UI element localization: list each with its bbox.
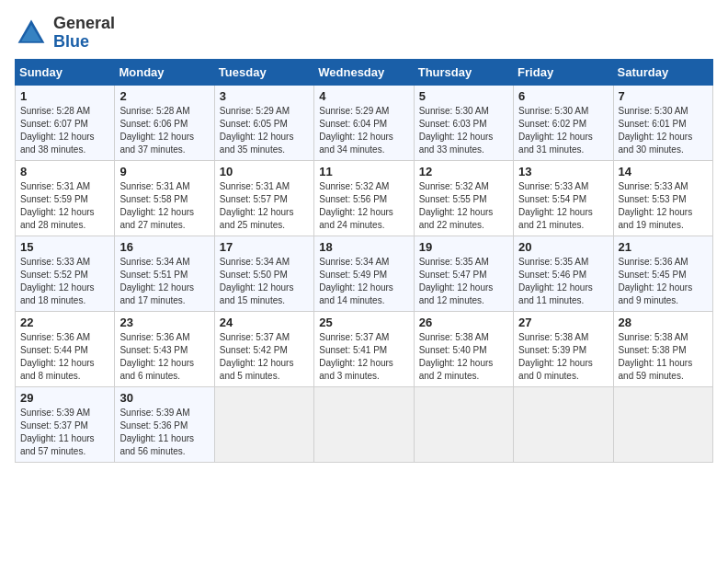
day-info: Sunrise: 5:36 AMSunset: 5:44 PMDaylight:…	[20, 332, 95, 381]
calendar-cell: 23Sunrise: 5:36 AMSunset: 5:43 PMDayligh…	[115, 311, 214, 386]
weekday-header-row: SundayMondayTuesdayWednesdayThursdayFrid…	[16, 59, 713, 85]
calendar-table: SundayMondayTuesdayWednesdayThursdayFrid…	[15, 59, 713, 463]
day-info: Sunrise: 5:38 AMSunset: 5:39 PMDaylight:…	[518, 332, 593, 381]
day-info: Sunrise: 5:34 AMSunset: 5:51 PMDaylight:…	[119, 257, 194, 305]
logo-text: General Blue	[53, 15, 115, 52]
day-number: 27	[518, 316, 608, 329]
calendar-cell: 8Sunrise: 5:31 AMSunset: 5:59 PMDaylight…	[16, 160, 115, 236]
day-info: Sunrise: 5:28 AMSunset: 6:07 PMDaylight:…	[20, 106, 95, 155]
day-number: 1	[20, 89, 109, 103]
calendar-cell	[214, 386, 313, 462]
day-number: 21	[619, 240, 708, 254]
day-number: 19	[419, 240, 508, 254]
day-number: 18	[319, 240, 408, 254]
day-number: 3	[220, 89, 309, 103]
day-number: 17	[220, 240, 309, 254]
day-number: 23	[119, 316, 209, 329]
calendar-cell	[514, 386, 613, 462]
logo-general: General	[53, 15, 115, 33]
day-number: 10	[220, 165, 309, 178]
calendar-cell: 1Sunrise: 5:28 AMSunset: 6:07 PMDaylight…	[16, 85, 115, 160]
day-info: Sunrise: 5:28 AMSunset: 6:06 PMDaylight:…	[119, 106, 194, 155]
calendar-cell: 12Sunrise: 5:32 AMSunset: 5:55 PMDayligh…	[414, 160, 513, 236]
day-number: 15	[20, 240, 109, 254]
day-info: Sunrise: 5:38 AMSunset: 5:38 PMDaylight:…	[619, 332, 693, 381]
day-info: Sunrise: 5:31 AMSunset: 5:59 PMDaylight:…	[20, 181, 95, 230]
day-number: 2	[119, 89, 209, 103]
calendar-cell: 26Sunrise: 5:38 AMSunset: 5:40 PMDayligh…	[414, 311, 513, 386]
calendar-cell: 5Sunrise: 5:30 AMSunset: 6:03 PMDaylight…	[414, 85, 513, 160]
calendar-cell: 2Sunrise: 5:28 AMSunset: 6:06 PMDaylight…	[115, 85, 214, 160]
calendar-cell: 18Sunrise: 5:34 AMSunset: 5:49 PMDayligh…	[314, 236, 414, 311]
calendar-cell: 30Sunrise: 5:39 AMSunset: 5:36 PMDayligh…	[115, 386, 214, 462]
calendar-cell: 15Sunrise: 5:33 AMSunset: 5:52 PMDayligh…	[16, 236, 115, 311]
day-number: 20	[518, 240, 608, 254]
calendar-cell	[414, 386, 513, 462]
day-info: Sunrise: 5:30 AMSunset: 6:01 PMDaylight:…	[619, 106, 693, 155]
calendar-week-3: 15Sunrise: 5:33 AMSunset: 5:52 PMDayligh…	[16, 236, 713, 311]
day-number: 9	[119, 165, 209, 178]
day-info: Sunrise: 5:39 AMSunset: 5:36 PMDaylight:…	[119, 408, 194, 456]
calendar-cell	[314, 386, 414, 462]
calendar-cell: 24Sunrise: 5:37 AMSunset: 5:42 PMDayligh…	[214, 311, 313, 386]
weekday-header-monday: Monday	[115, 59, 214, 85]
day-info: Sunrise: 5:33 AMSunset: 5:53 PMDaylight:…	[619, 181, 693, 230]
day-number: 26	[419, 316, 508, 329]
weekday-header-thursday: Thursday	[414, 59, 513, 85]
calendar-cell: 3Sunrise: 5:29 AMSunset: 6:05 PMDaylight…	[214, 85, 313, 160]
calendar-cell: 14Sunrise: 5:33 AMSunset: 5:53 PMDayligh…	[613, 160, 712, 236]
logo-blue: Blue	[53, 33, 115, 52]
day-number: 8	[20, 165, 109, 178]
day-number: 24	[220, 316, 309, 329]
calendar-cell: 27Sunrise: 5:38 AMSunset: 5:39 PMDayligh…	[514, 311, 613, 386]
calendar-cell: 10Sunrise: 5:31 AMSunset: 5:57 PMDayligh…	[214, 160, 313, 236]
day-number: 7	[619, 89, 708, 103]
day-info: Sunrise: 5:37 AMSunset: 5:41 PMDaylight:…	[319, 332, 393, 381]
day-info: Sunrise: 5:30 AMSunset: 6:03 PMDaylight:…	[419, 106, 494, 155]
day-number: 22	[20, 316, 109, 329]
day-number: 14	[619, 165, 708, 178]
calendar-cell: 20Sunrise: 5:35 AMSunset: 5:46 PMDayligh…	[514, 236, 613, 311]
calendar-cell: 21Sunrise: 5:36 AMSunset: 5:45 PMDayligh…	[613, 236, 712, 311]
day-info: Sunrise: 5:29 AMSunset: 6:05 PMDaylight:…	[220, 106, 294, 155]
calendar-week-1: 1Sunrise: 5:28 AMSunset: 6:07 PMDaylight…	[16, 85, 713, 160]
calendar-cell: 28Sunrise: 5:38 AMSunset: 5:38 PMDayligh…	[613, 311, 712, 386]
day-info: Sunrise: 5:34 AMSunset: 5:50 PMDaylight:…	[220, 257, 294, 305]
calendar-cell: 4Sunrise: 5:29 AMSunset: 6:04 PMDaylight…	[314, 85, 414, 160]
day-number: 4	[319, 89, 408, 103]
calendar-week-4: 22Sunrise: 5:36 AMSunset: 5:44 PMDayligh…	[16, 311, 713, 386]
day-info: Sunrise: 5:33 AMSunset: 5:52 PMDaylight:…	[20, 257, 95, 305]
day-info: Sunrise: 5:32 AMSunset: 5:55 PMDaylight:…	[419, 181, 494, 230]
day-number: 25	[319, 316, 408, 329]
day-info: Sunrise: 5:29 AMSunset: 6:04 PMDaylight:…	[319, 106, 393, 155]
weekday-header-sunday: Sunday	[16, 59, 115, 85]
day-number: 12	[419, 165, 508, 178]
day-number: 30	[119, 391, 209, 405]
day-info: Sunrise: 5:35 AMSunset: 5:47 PMDaylight:…	[419, 257, 494, 305]
calendar-cell: 9Sunrise: 5:31 AMSunset: 5:58 PMDaylight…	[115, 160, 214, 236]
logo: General Blue	[15, 15, 115, 52]
calendar-cell: 7Sunrise: 5:30 AMSunset: 6:01 PMDaylight…	[613, 85, 712, 160]
day-number: 28	[619, 316, 708, 329]
logo-icon	[15, 17, 48, 50]
weekday-header-friday: Friday	[514, 59, 613, 85]
day-info: Sunrise: 5:34 AMSunset: 5:49 PMDaylight:…	[319, 257, 393, 305]
calendar-cell: 16Sunrise: 5:34 AMSunset: 5:51 PMDayligh…	[115, 236, 214, 311]
calendar-cell: 13Sunrise: 5:33 AMSunset: 5:54 PMDayligh…	[514, 160, 613, 236]
day-info: Sunrise: 5:37 AMSunset: 5:42 PMDaylight:…	[220, 332, 294, 381]
calendar-cell: 6Sunrise: 5:30 AMSunset: 6:02 PMDaylight…	[514, 85, 613, 160]
calendar-cell: 17Sunrise: 5:34 AMSunset: 5:50 PMDayligh…	[214, 236, 313, 311]
day-info: Sunrise: 5:35 AMSunset: 5:46 PMDaylight:…	[518, 257, 593, 305]
calendar-week-5: 29Sunrise: 5:39 AMSunset: 5:37 PMDayligh…	[16, 386, 713, 462]
weekday-header-saturday: Saturday	[613, 59, 712, 85]
day-number: 5	[419, 89, 508, 103]
day-info: Sunrise: 5:33 AMSunset: 5:54 PMDaylight:…	[518, 181, 593, 230]
day-info: Sunrise: 5:38 AMSunset: 5:40 PMDaylight:…	[419, 332, 494, 381]
day-info: Sunrise: 5:36 AMSunset: 5:43 PMDaylight:…	[119, 332, 194, 381]
day-number: 29	[20, 391, 109, 405]
day-info: Sunrise: 5:30 AMSunset: 6:02 PMDaylight:…	[518, 106, 593, 155]
day-number: 13	[518, 165, 608, 178]
calendar-week-2: 8Sunrise: 5:31 AMSunset: 5:59 PMDaylight…	[16, 160, 713, 236]
day-info: Sunrise: 5:36 AMSunset: 5:45 PMDaylight:…	[619, 257, 693, 305]
calendar-cell: 19Sunrise: 5:35 AMSunset: 5:47 PMDayligh…	[414, 236, 513, 311]
